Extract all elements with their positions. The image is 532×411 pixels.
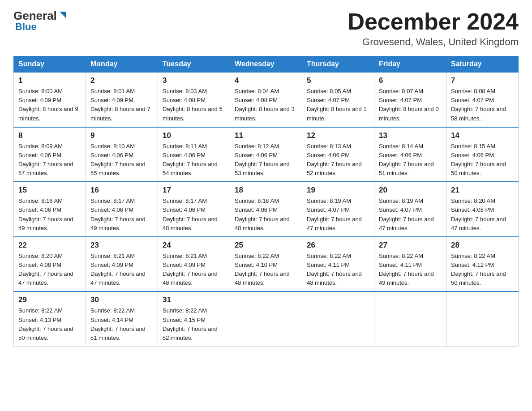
day-number: 10 (163, 131, 225, 140)
calendar-cell (302, 291, 374, 346)
day-number: 29 (18, 295, 81, 304)
day-number: 23 (90, 241, 153, 250)
day-info: Sunrise: 8:07 AM Sunset: 4:07 PM Dayligh… (379, 87, 442, 123)
day-info: Sunrise: 8:17 AM Sunset: 4:06 PM Dayligh… (90, 197, 153, 233)
logo-blue-text: Blue (15, 21, 37, 33)
day-info: Sunrise: 8:00 AM Sunset: 4:09 PM Dayligh… (18, 87, 81, 123)
calendar-cell: 31 Sunrise: 8:22 AM Sunset: 4:15 PM Dayl… (158, 291, 230, 346)
day-info: Sunrise: 8:05 AM Sunset: 4:07 PM Dayligh… (307, 87, 369, 123)
col-saturday: Saturday (446, 56, 519, 73)
col-friday: Friday (374, 56, 446, 73)
calendar-cell: 9 Sunrise: 8:10 AM Sunset: 4:06 PM Dayli… (86, 127, 158, 182)
day-info: Sunrise: 8:20 AM Sunset: 4:08 PM Dayligh… (451, 197, 514, 233)
calendar-cell: 23 Sunrise: 8:21 AM Sunset: 4:09 PM Dayl… (86, 237, 158, 292)
day-number: 14 (451, 131, 514, 140)
day-info: Sunrise: 8:14 AM Sunset: 4:06 PM Dayligh… (379, 142, 442, 178)
day-info: Sunrise: 8:11 AM Sunset: 4:06 PM Dayligh… (163, 142, 225, 178)
day-number: 27 (379, 241, 442, 250)
calendar-cell: 27 Sunrise: 8:22 AM Sunset: 4:11 PM Dayl… (374, 237, 446, 292)
day-number: 11 (235, 131, 297, 140)
day-number: 30 (90, 295, 153, 304)
day-info: Sunrise: 8:22 AM Sunset: 4:11 PM Dayligh… (379, 252, 442, 288)
col-wednesday: Wednesday (230, 56, 302, 73)
calendar-cell: 22 Sunrise: 8:20 AM Sunset: 4:08 PM Dayl… (14, 237, 86, 292)
calendar-cell: 13 Sunrise: 8:14 AM Sunset: 4:06 PM Dayl… (374, 127, 446, 182)
col-monday: Monday (86, 56, 158, 73)
day-info: Sunrise: 8:09 AM Sunset: 4:06 PM Dayligh… (18, 142, 81, 178)
page-header: General Blue December 2024 Grovesend, Wa… (13, 9, 519, 48)
day-info: Sunrise: 8:22 AM Sunset: 4:12 PM Dayligh… (451, 252, 514, 288)
calendar-header-row: Sunday Monday Tuesday Wednesday Thursday… (14, 56, 519, 73)
day-number: 25 (235, 241, 297, 250)
calendar-cell (374, 291, 446, 346)
calendar-cell: 21 Sunrise: 8:20 AM Sunset: 4:08 PM Dayl… (446, 182, 519, 237)
day-info: Sunrise: 8:22 AM Sunset: 4:13 PM Dayligh… (18, 306, 81, 342)
calendar-week-row-2: 8 Sunrise: 8:09 AM Sunset: 4:06 PM Dayli… (14, 127, 519, 182)
calendar-cell: 14 Sunrise: 8:15 AM Sunset: 4:06 PM Dayl… (446, 127, 519, 182)
day-info: Sunrise: 8:21 AM Sunset: 4:09 PM Dayligh… (90, 252, 153, 288)
day-info: Sunrise: 8:22 AM Sunset: 4:11 PM Dayligh… (307, 252, 369, 288)
day-number: 8 (18, 131, 81, 140)
title-block: December 2024 Grovesend, Wales, United K… (348, 9, 519, 48)
day-number: 21 (451, 186, 514, 195)
day-info: Sunrise: 8:03 AM Sunset: 4:08 PM Dayligh… (163, 87, 225, 123)
day-info: Sunrise: 8:08 AM Sunset: 4:07 PM Dayligh… (451, 87, 514, 123)
day-info: Sunrise: 8:20 AM Sunset: 4:08 PM Dayligh… (18, 252, 81, 288)
calendar-cell: 12 Sunrise: 8:13 AM Sunset: 4:06 PM Dayl… (302, 127, 374, 182)
day-number: 22 (18, 241, 81, 250)
calendar-cell: 16 Sunrise: 8:17 AM Sunset: 4:06 PM Dayl… (86, 182, 158, 237)
calendar-cell: 5 Sunrise: 8:05 AM Sunset: 4:07 PM Dayli… (302, 72, 374, 127)
day-number: 13 (379, 131, 442, 140)
day-number: 18 (235, 186, 297, 195)
day-number: 16 (90, 186, 153, 195)
day-number: 1 (18, 76, 81, 85)
calendar-cell (230, 291, 302, 346)
day-info: Sunrise: 8:16 AM Sunset: 4:06 PM Dayligh… (18, 197, 81, 233)
col-thursday: Thursday (302, 56, 374, 73)
day-info: Sunrise: 8:22 AM Sunset: 4:10 PM Dayligh… (235, 252, 297, 288)
calendar-cell: 28 Sunrise: 8:22 AM Sunset: 4:12 PM Dayl… (446, 237, 519, 292)
day-info: Sunrise: 8:21 AM Sunset: 4:09 PM Dayligh… (163, 252, 225, 288)
day-info: Sunrise: 8:18 AM Sunset: 4:06 PM Dayligh… (235, 197, 297, 233)
calendar-cell: 6 Sunrise: 8:07 AM Sunset: 4:07 PM Dayli… (374, 72, 446, 127)
day-number: 2 (90, 76, 153, 85)
calendar-cell: 26 Sunrise: 8:22 AM Sunset: 4:11 PM Dayl… (302, 237, 374, 292)
calendar-title: December 2024 (348, 9, 519, 34)
day-number: 5 (307, 76, 369, 85)
calendar-cell: 3 Sunrise: 8:03 AM Sunset: 4:08 PM Dayli… (158, 72, 230, 127)
day-info: Sunrise: 8:17 AM Sunset: 4:06 PM Dayligh… (163, 197, 225, 233)
calendar-week-row-5: 29 Sunrise: 8:22 AM Sunset: 4:13 PM Dayl… (14, 291, 519, 346)
calendar-cell: 20 Sunrise: 8:19 AM Sunset: 4:07 PM Dayl… (374, 182, 446, 237)
day-number: 3 (163, 76, 225, 85)
day-info: Sunrise: 8:15 AM Sunset: 4:06 PM Dayligh… (451, 142, 514, 178)
day-number: 6 (379, 76, 442, 85)
calendar-week-row-3: 15 Sunrise: 8:16 AM Sunset: 4:06 PM Dayl… (14, 182, 519, 237)
calendar-week-row-1: 1 Sunrise: 8:00 AM Sunset: 4:09 PM Dayli… (14, 72, 519, 127)
day-number: 26 (307, 241, 369, 250)
day-number: 31 (163, 295, 225, 304)
day-number: 19 (307, 186, 369, 195)
calendar-cell: 8 Sunrise: 8:09 AM Sunset: 4:06 PM Dayli… (14, 127, 86, 182)
day-info: Sunrise: 8:13 AM Sunset: 4:06 PM Dayligh… (307, 142, 369, 178)
day-info: Sunrise: 8:19 AM Sunset: 4:07 PM Dayligh… (307, 197, 369, 233)
calendar-cell: 30 Sunrise: 8:22 AM Sunset: 4:14 PM Dayl… (86, 291, 158, 346)
day-info: Sunrise: 8:22 AM Sunset: 4:15 PM Dayligh… (163, 306, 225, 342)
calendar-cell: 1 Sunrise: 8:00 AM Sunset: 4:09 PM Dayli… (14, 72, 86, 127)
calendar-cell: 11 Sunrise: 8:12 AM Sunset: 4:06 PM Dayl… (230, 127, 302, 182)
calendar-cell: 7 Sunrise: 8:08 AM Sunset: 4:07 PM Dayli… (446, 72, 519, 127)
calendar-cell: 25 Sunrise: 8:22 AM Sunset: 4:10 PM Dayl… (230, 237, 302, 292)
day-info: Sunrise: 8:10 AM Sunset: 4:06 PM Dayligh… (90, 142, 153, 178)
logo-triangle-icon (58, 10, 68, 20)
day-number: 7 (451, 76, 514, 85)
day-info: Sunrise: 8:04 AM Sunset: 4:08 PM Dayligh… (235, 87, 297, 123)
day-number: 24 (163, 241, 225, 250)
calendar-cell: 15 Sunrise: 8:16 AM Sunset: 4:06 PM Dayl… (14, 182, 86, 237)
calendar-table: Sunday Monday Tuesday Wednesday Thursday… (13, 56, 519, 347)
location-text: Grovesend, Wales, United Kingdom (348, 36, 519, 48)
calendar-cell: 10 Sunrise: 8:11 AM Sunset: 4:06 PM Dayl… (158, 127, 230, 182)
day-number: 28 (451, 241, 514, 250)
day-number: 12 (307, 131, 369, 140)
calendar-cell: 4 Sunrise: 8:04 AM Sunset: 4:08 PM Dayli… (230, 72, 302, 127)
svg-marker-0 (60, 12, 66, 18)
day-number: 20 (379, 186, 442, 195)
